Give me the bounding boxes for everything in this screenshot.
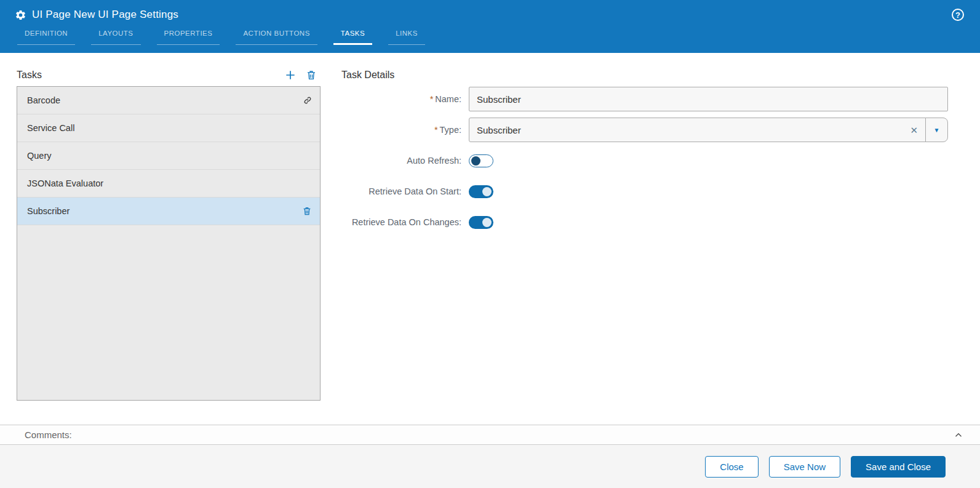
auto-refresh-row: Auto Refresh: [341,148,948,173]
tab-tasks[interactable]: TASKS [333,26,372,45]
header: UI Page New UI Page Settings ? DEFINITIO… [0,0,980,53]
retrieve-on-changes-toggle[interactable] [469,216,493,229]
type-input-wrap: ✕ [469,118,926,142]
close-button[interactable]: Close [705,456,758,478]
trash-icon[interactable] [302,206,312,216]
chevron-up-icon[interactable] [953,430,964,441]
clear-icon[interactable]: ✕ [910,126,918,135]
toggle-knob [482,218,492,227]
type-field-wrap: ✕ ▼ [469,118,948,142]
tab-action-buttons[interactable]: ACTION BUTTONS [236,26,317,45]
auto-refresh-label: Auto Refresh: [341,156,469,166]
name-label: *Name: [341,94,469,104]
type-combobox: ✕ ▼ [469,118,948,142]
retrieve-on-changes-row: Retrieve Data On Changes: [341,210,948,234]
task-row-jsonata-evaluator[interactable]: JSONata Evaluator [17,170,320,198]
save-now-button[interactable]: Save Now [769,456,840,478]
page-title: UI Page New UI Page Settings [32,9,178,21]
task-label: Barcode [27,95,60,105]
type-label: *Type: [341,125,469,135]
tab-layouts[interactable]: LAYOUTS [91,26,140,45]
chevron-down-icon: ▼ [934,127,940,134]
task-label: Query [27,151,52,161]
retrieve-on-start-row: Retrieve Data On Start: [341,179,948,204]
tasks-panel-header: Tasks [17,63,321,86]
toggle-knob [471,156,480,166]
name-input[interactable] [469,87,948,111]
auto-refresh-toggle[interactable] [469,154,493,167]
name-row: *Name: [341,87,948,111]
retrieve-on-changes-label: Retrieve Data On Changes: [341,217,469,227]
task-row-service-call[interactable]: Service Call [17,114,320,142]
retrieve-on-start-toggle[interactable] [469,185,493,198]
tab-definition[interactable]: DEFINITION [17,26,75,45]
retrieve-on-start-label: Retrieve Data On Start: [341,186,469,196]
tab-bar: DEFINITION LAYOUTS PROPERTIES ACTION BUT… [0,26,980,45]
task-row-barcode[interactable]: Barcode [17,87,320,114]
name-field-wrap [469,87,948,111]
task-list: Barcode Service Call Query JSONata Evalu… [17,86,321,401]
tasks-panel: Tasks Barcode Service Call Query JSONata… [17,63,321,401]
toggle-knob [482,187,492,196]
footer: Close Save Now Save and Close [0,445,980,488]
tasks-actions [284,69,317,81]
comments-bar: Comments: [0,425,980,445]
add-task-button[interactable] [284,69,297,81]
title-bar: UI Page New UI Page Settings ? [0,0,980,22]
dropdown-button[interactable]: ▼ [925,118,948,142]
type-input[interactable] [469,118,926,142]
gear-icon [15,9,26,21]
delete-task-button[interactable] [306,70,317,81]
link-icon[interactable] [303,96,312,105]
help-icon[interactable]: ? [952,9,964,21]
task-row-subscriber[interactable]: Subscriber [17,198,320,225]
auto-refresh-field [469,154,948,167]
task-details-panel: Task Details *Name: *Type: ✕ ▼ Auto Refr… [341,63,948,241]
comments-label: Comments: [25,430,72,440]
required-star: * [430,94,434,104]
task-label: Subscriber [27,206,70,216]
tab-links[interactable]: LINKS [388,26,425,45]
retrieve-on-start-field [469,185,948,198]
tasks-panel-title: Tasks [17,70,42,81]
type-row: *Type: ✕ ▼ [341,118,948,142]
task-row-query[interactable]: Query [17,142,320,170]
tab-properties[interactable]: PROPERTIES [157,26,220,45]
task-label: JSONata Evaluator [27,178,103,188]
task-details-title: Task Details [341,63,948,86]
task-label: Service Call [27,123,74,133]
save-and-close-button[interactable]: Save and Close [851,456,946,478]
required-star: * [434,125,438,135]
retrieve-on-changes-field [469,216,948,229]
